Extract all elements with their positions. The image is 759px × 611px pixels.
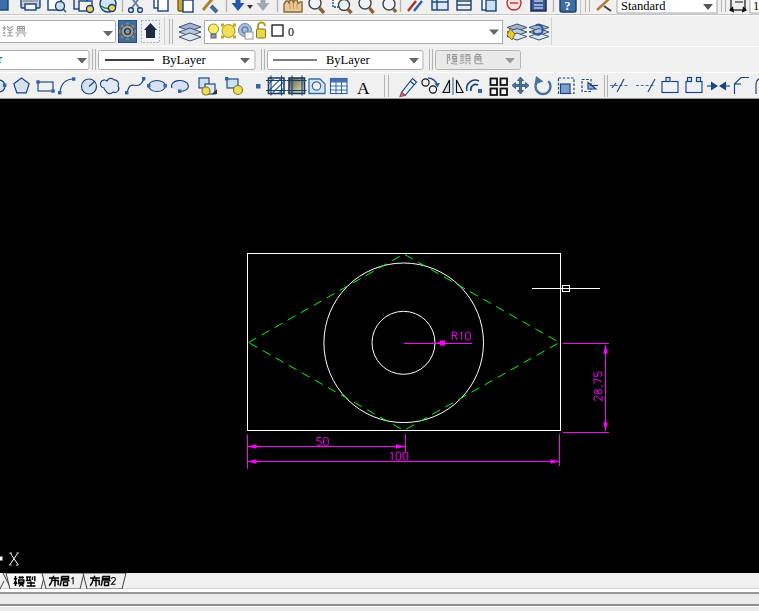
svg-text:ByLayer: ByLayer [162, 53, 207, 67]
svg-text:0: 0 [288, 25, 294, 39]
svg-text:1: 1 [753, 0, 759, 13]
svg-text:ByLayer: ByLayer [326, 53, 371, 67]
svg-text:?: ? [565, 0, 571, 13]
svg-text:A: A [357, 78, 370, 98]
svg-text:Standard: Standard [621, 0, 666, 13]
